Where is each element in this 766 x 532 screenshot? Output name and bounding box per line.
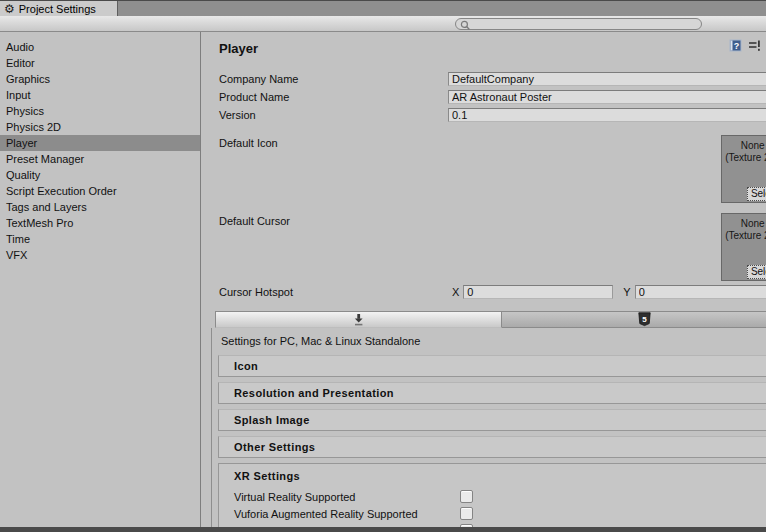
page-title: Player [219, 41, 766, 56]
help-icon[interactable]: ? [729, 39, 742, 52]
cursor-hotspot-row: Cursor Hotspot X Y [219, 285, 766, 299]
section-header-icon[interactable]: Icon [218, 355, 766, 377]
section-header-other-settings[interactable]: Other Settings [218, 436, 766, 458]
html5-icon: 5 [638, 312, 651, 327]
vuforia-augmented-reality-supported-label: Vuforia Augmented Reality Supported [234, 508, 460, 520]
default-cursor-label: Default Cursor [219, 213, 448, 227]
default-cursor-picker[interactable]: None (Texture 2D) Select [721, 213, 766, 281]
default-cursor-none-text: None (Texture 2D) [722, 214, 766, 242]
sidebar-item-editor[interactable]: Editor [0, 55, 200, 71]
platform-settings-box: Settings for PC, Mac & Linux Standalone … [211, 328, 766, 532]
header-icons: ? ⚙▾ [729, 39, 766, 52]
default-icon-row: Default Icon None (Texture 2D) Select [219, 135, 766, 203]
default-icon-none-text: None (Texture 2D) [722, 136, 766, 164]
sidebar-item-quality[interactable]: Quality [0, 167, 200, 183]
product-name-label: Product Name [219, 91, 448, 103]
player-settings-panel: Player ? [201, 32, 766, 527]
cursor-hotspot-y-label: Y [623, 286, 630, 298]
section-header-resolution-and-presentation[interactable]: Resolution and Presentation [218, 382, 766, 404]
version-input[interactable] [448, 108, 766, 122]
cursor-hotspot-y-input[interactable] [635, 285, 766, 299]
platform-tab-webgl[interactable]: 5 [502, 311, 766, 328]
section-header-xr-settings[interactable]: XR Settings [219, 464, 766, 488]
cursor-hotspot-x-input[interactable] [463, 285, 613, 299]
xr-settings-section: XR Settings Virtual Reality Supported Vu… [218, 463, 766, 532]
sidebar-item-input[interactable]: Input [0, 87, 200, 103]
search-field[interactable] [455, 18, 702, 30]
default-cursor-select-button[interactable]: Select [747, 265, 766, 279]
cursor-hotspot-label: Cursor Hotspot [219, 286, 448, 298]
sidebar-item-physics-2d[interactable]: Physics 2D [0, 119, 200, 135]
platform-tab-standalone[interactable] [215, 311, 502, 328]
platform-settings-heading: Settings for PC, Mac & Linux Standalone [212, 328, 766, 355]
vuforia-augmented-reality-supported-row: Vuforia Augmented Reality Supported [219, 505, 766, 522]
sidebar-item-player[interactable]: Player [0, 135, 200, 151]
sidebar-item-tags-and-layers[interactable]: Tags and Layers [0, 199, 200, 215]
company-name-row: Company Name [219, 72, 766, 86]
settings-category-list: Audio Editor Graphics Input Physics Phys… [0, 32, 201, 527]
cursor-hotspot-x-label: X [452, 286, 459, 298]
default-icon-label: Default Icon [219, 135, 448, 149]
default-icon-select-button[interactable]: Select [747, 187, 766, 201]
sidebar-item-time[interactable]: Time [0, 231, 200, 247]
vuforia-augmented-reality-supported-checkbox[interactable] [460, 507, 473, 520]
sidebar-item-audio[interactable]: Audio [0, 39, 200, 55]
virtual-reality-supported-label: Virtual Reality Supported [234, 491, 460, 503]
sidebar-item-graphics[interactable]: Graphics [0, 71, 200, 87]
version-row: Version [219, 108, 766, 122]
sidebar-item-physics[interactable]: Physics [0, 103, 200, 119]
window-tab-project-settings[interactable]: ⚙ Project Settings [0, 1, 118, 17]
product-name-row: Product Name [219, 90, 766, 104]
sidebar-item-preset-manager[interactable]: Preset Manager [0, 151, 200, 167]
default-cursor-row: Default Cursor None (Texture 2D) Select [219, 213, 766, 281]
window-bottom-edge [0, 527, 766, 532]
search-icon [460, 20, 471, 31]
svg-text:5: 5 [642, 315, 647, 324]
search-input[interactable] [472, 19, 692, 29]
toolbar [0, 16, 766, 32]
sidebar-item-script-execution-order[interactable]: Script Execution Order [0, 183, 200, 199]
company-name-input[interactable] [448, 72, 766, 86]
presets-icon[interactable] [748, 39, 761, 52]
window-tab-title: Project Settings [19, 3, 96, 15]
sidebar-item-textmesh-pro[interactable]: TextMesh Pro [0, 215, 200, 231]
section-header-splash-image[interactable]: Splash Image [218, 409, 766, 431]
settings-gear-icon: ⚙ [4, 4, 15, 14]
virtual-reality-supported-checkbox[interactable] [460, 490, 473, 503]
virtual-reality-supported-row: Virtual Reality Supported [219, 488, 766, 505]
sidebar-item-vfx[interactable]: VFX [0, 247, 200, 263]
product-name-input[interactable] [448, 90, 766, 104]
version-label: Version [219, 109, 448, 121]
window-title-strip: ⚙ Project Settings [0, 0, 766, 16]
svg-text:?: ? [734, 41, 740, 51]
company-name-label: Company Name [219, 73, 448, 85]
project-settings-window: ⚙ Project Settings Audio Editor Graphics… [0, 0, 766, 532]
platform-tabbar: 5 [215, 311, 766, 328]
main-area: Audio Editor Graphics Input Physics Phys… [0, 32, 766, 527]
default-icon-picker[interactable]: None (Texture 2D) Select [721, 135, 766, 203]
standalone-download-icon [351, 312, 366, 327]
